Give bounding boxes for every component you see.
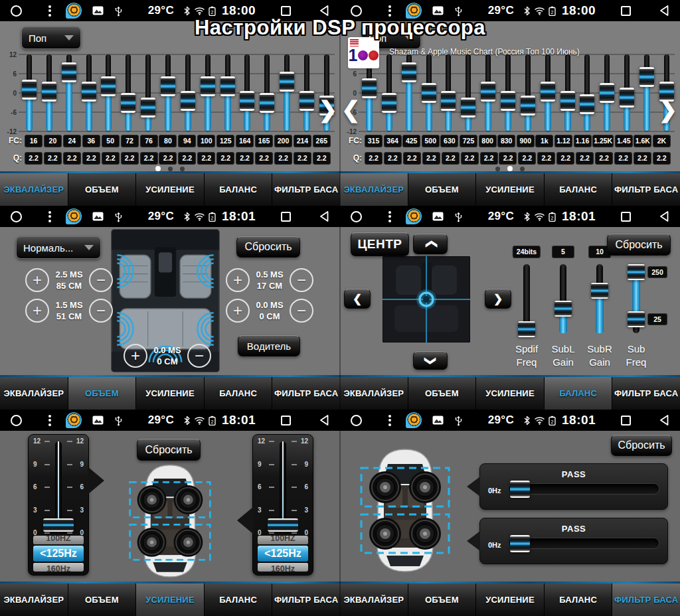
- slider-track[interactable]: [633, 264, 639, 333]
- eq-band-slider[interactable]: [381, 54, 397, 131]
- eq-band-slider[interactable]: [480, 54, 496, 131]
- eq-band-slider[interactable]: [100, 54, 116, 131]
- tab-balance[interactable]: БАЛАНС: [544, 583, 612, 616]
- eq-band-slider[interactable]: [639, 54, 655, 131]
- increase-button[interactable]: +: [25, 299, 49, 323]
- page-dot[interactable]: [168, 167, 173, 171]
- page-dot[interactable]: [180, 167, 185, 171]
- tab-gain[interactable]: УСИЛЕНИЕ: [475, 173, 544, 206]
- page-dot[interactable]: [495, 167, 500, 171]
- slider-knob[interactable]: [161, 76, 175, 96]
- tab-balance[interactable]: БАЛАНС: [544, 377, 612, 410]
- crossover-option[interactable]: 160Hz: [33, 563, 84, 572]
- tab-equalizer[interactable]: ЭКВАЛАЙЗЕР: [340, 173, 408, 206]
- gallery-icon[interactable]: [92, 212, 104, 221]
- filter-freq-track[interactable]: [508, 538, 659, 549]
- tab-gain[interactable]: УСИЛЕНИЕ: [475, 377, 544, 410]
- eq-preset-dropdown[interactable]: Поп: [21, 27, 81, 49]
- back-triangle-icon[interactable]: [659, 5, 669, 17]
- eq-band-slider[interactable]: [81, 54, 97, 131]
- bass-reset-button[interactable]: Сбросить: [611, 435, 672, 456]
- gallery-icon[interactable]: [92, 416, 104, 425]
- slider-knob[interactable]: [501, 91, 515, 111]
- home-circle-icon[interactable]: [11, 5, 22, 17]
- home-circle-icon[interactable]: [11, 211, 22, 222]
- eq-band-slider[interactable]: [140, 54, 156, 131]
- tab-bass-filter[interactable]: ФИЛЬТР БАСА: [612, 173, 680, 206]
- eq-band-slider[interactable]: [421, 54, 437, 131]
- slider-knob[interactable]: [521, 96, 535, 116]
- home-circle-icon[interactable]: [351, 211, 362, 222]
- slider-knob[interactable]: [620, 88, 634, 108]
- slider-knob[interactable]: [62, 62, 76, 82]
- crossover-option[interactable]: 100HZ: [258, 536, 308, 544]
- tab-volume[interactable]: ОБЪЕМ: [408, 173, 476, 206]
- menu-dots-icon[interactable]: [388, 211, 391, 222]
- slider-knob[interactable]: [541, 82, 555, 102]
- eq-band-slider[interactable]: [579, 54, 595, 131]
- slider-knob[interactable]: [220, 76, 235, 96]
- slider-knob[interactable]: [382, 93, 396, 113]
- app-logo-icon[interactable]: [66, 3, 82, 19]
- eq-band-slider[interactable]: [500, 54, 516, 131]
- eq-band-slider[interactable]: [21, 54, 37, 131]
- gain-fader-knob[interactable]: [268, 518, 298, 532]
- slider-knob[interactable]: [554, 301, 572, 317]
- slider-knob[interactable]: [441, 91, 456, 111]
- crossover-wheel[interactable]: 100HZ<125Hz160Hz: [33, 536, 84, 572]
- tab-equalizer[interactable]: ЭКВАЛАЙЗЕР: [0, 173, 68, 206]
- tab-balance[interactable]: БАЛАНС: [544, 173, 612, 206]
- decrease-button[interactable]: −: [89, 268, 113, 292]
- menu-dots-icon[interactable]: [388, 5, 391, 17]
- page-dot[interactable]: [520, 167, 525, 171]
- slider-knob[interactable]: [422, 83, 436, 103]
- tab-bass-filter[interactable]: ФИЛЬТР БАСА: [612, 377, 680, 410]
- recents-square-icon[interactable]: [281, 6, 291, 16]
- eq-band-slider[interactable]: [401, 54, 417, 131]
- tab-equalizer[interactable]: ЭКВАЛАЙЗЕР: [340, 377, 408, 410]
- balance-reset-button[interactable]: Сбросить: [607, 234, 671, 256]
- eq-next-page-chevron[interactable]: ❯: [659, 98, 678, 121]
- eq-band-slider[interactable]: [299, 54, 315, 131]
- eq-band-slider[interactable]: [259, 54, 275, 131]
- home-circle-icon[interactable]: [351, 415, 362, 426]
- increase-button[interactable]: +: [25, 268, 49, 292]
- slider-knob[interactable]: [260, 93, 274, 113]
- eq-band-slider[interactable]: [200, 54, 216, 131]
- slider-knob[interactable]: [639, 67, 654, 87]
- delay-reset-button[interactable]: Сбросить: [236, 236, 300, 258]
- eq-band-slider[interactable]: [220, 54, 236, 131]
- eq-band-slider[interactable]: [460, 54, 476, 131]
- app-logo-icon[interactable]: [406, 208, 422, 224]
- recents-square-icon[interactable]: [281, 212, 291, 222]
- slider-track[interactable]: [560, 264, 566, 333]
- tab-equalizer[interactable]: ЭКВАЛАЙЗЕР: [0, 583, 68, 616]
- tab-balance[interactable]: БАЛАНС: [204, 583, 272, 616]
- recents-square-icon[interactable]: [281, 416, 291, 425]
- eq-band-slider[interactable]: [599, 54, 615, 131]
- eq-band-slider[interactable]: [41, 54, 57, 131]
- slider-track[interactable]: [596, 264, 603, 333]
- tab-gain[interactable]: УСИЛЕНИЕ: [475, 583, 544, 616]
- back-triangle-icon[interactable]: [319, 414, 329, 426]
- slider-knob[interactable]: [22, 80, 37, 100]
- menu-dots-icon[interactable]: [48, 5, 51, 17]
- range-knob-low[interactable]: [628, 311, 645, 327]
- increase-button[interactable]: +: [124, 344, 147, 368]
- menu-dots-icon[interactable]: [48, 211, 51, 222]
- back-triangle-icon[interactable]: [659, 414, 669, 426]
- eq-next-page-chevron[interactable]: ❯: [319, 98, 338, 121]
- decrease-button[interactable]: −: [290, 299, 313, 323]
- eq-band-slider[interactable]: [120, 54, 136, 131]
- filter-freq-knob[interactable]: [510, 481, 530, 498]
- slider-knob[interactable]: [518, 321, 535, 337]
- tab-volume[interactable]: ОБЪЕМ: [408, 377, 476, 410]
- recents-square-icon[interactable]: [621, 416, 631, 425]
- slider-knob[interactable]: [240, 91, 254, 111]
- tab-gain[interactable]: УСИЛЕНИЕ: [135, 583, 204, 616]
- eq-band-slider[interactable]: [180, 54, 196, 131]
- back-triangle-icon[interactable]: [319, 210, 329, 222]
- slider-knob[interactable]: [591, 283, 608, 299]
- tab-volume[interactable]: ОБЪЕМ: [408, 583, 476, 616]
- balance-left-button[interactable]: ❮: [344, 289, 371, 309]
